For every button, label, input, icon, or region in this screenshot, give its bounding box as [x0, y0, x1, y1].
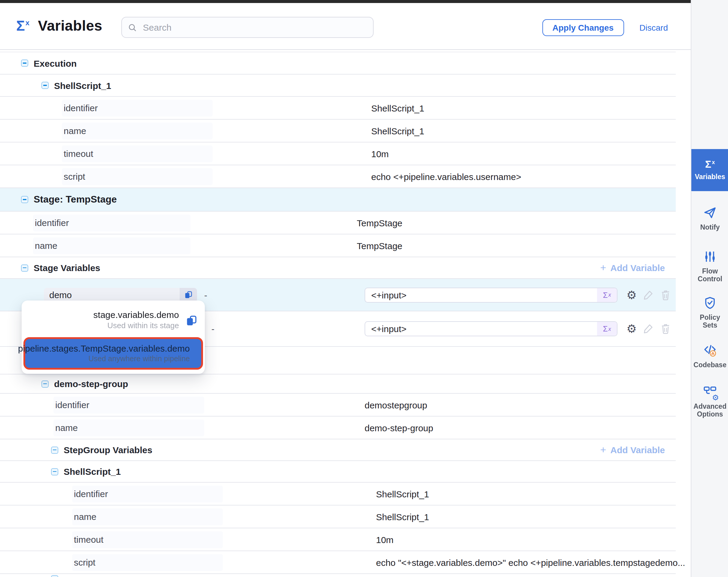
sidebar-item-label: Variables: [692, 173, 728, 181]
variable-default: -: [211, 324, 214, 334]
tree-row-stepgroup-variables[interactable]: StepGroup Variables +Add Variable: [0, 440, 676, 461]
expression-chip[interactable]: Σx: [597, 322, 617, 336]
tree-row-shellscript[interactable]: ShellScript_1: [0, 461, 676, 483]
sidebar-item-advanced-options[interactable]: ⚙ Advanced Options: [691, 385, 728, 419]
expression-option-stage[interactable]: stage.variables.demo Used within its sta…: [22, 306, 205, 335]
copy-icon: [184, 290, 193, 299]
flowchart-gear-icon: ⚙: [703, 385, 717, 399]
edit-icon[interactable]: [642, 289, 654, 301]
variable-expression-popup: stage.variables.demo Used within its sta…: [22, 301, 205, 374]
discard-button[interactable]: Discard: [640, 23, 668, 32]
settings-icon[interactable]: ⚙: [626, 289, 637, 301]
sliders-icon: [703, 249, 717, 264]
group-label: StepGroup Variables: [64, 445, 152, 455]
collapse-icon[interactable]: [51, 468, 58, 475]
add-variable-button[interactable]: +Add Variable: [600, 444, 665, 456]
expression-chip[interactable]: Σx: [597, 288, 617, 302]
collapse-icon[interactable]: [42, 380, 49, 387]
field-row-identifier: identifier demostepgroup: [0, 394, 676, 417]
settings-icon[interactable]: ⚙: [626, 323, 637, 334]
field-label: identifier: [55, 400, 89, 410]
field-value: 10m: [371, 148, 389, 159]
field-label-box: identifier: [33, 214, 190, 231]
field-value: ShellScript_1: [371, 103, 424, 113]
tree-row-shellscript[interactable]: ShellScript_1: [0, 75, 676, 97]
top-dark-bar: [0, 0, 691, 3]
sidebar-item-notify[interactable]: Notify: [691, 205, 728, 231]
sidebar-item-variables[interactable]: Σx Variables: [691, 149, 728, 191]
field-value: 10m: [376, 534, 393, 545]
copy-chip[interactable]: [180, 287, 197, 302]
group-label: Stage Variables: [34, 262, 100, 273]
add-variable-button[interactable]: +Add Variable: [600, 262, 665, 274]
panel-header: Σx Variables Apply Changes Discard: [0, 3, 691, 50]
field-label-box: script: [62, 168, 213, 185]
search-icon: [128, 23, 137, 32]
field-label: identifier: [35, 218, 69, 228]
apply-changes-button[interactable]: Apply Changes: [542, 19, 624, 36]
gear-icon: ⚙: [712, 394, 719, 401]
variables-panel: Σx Variables Apply Changes Discard Execu…: [0, 0, 728, 577]
paper-plane-icon: [703, 205, 717, 220]
field-value: ShellScript_1: [376, 488, 429, 499]
field-label-box: name: [72, 508, 223, 525]
expression-hint: Used anywhere within pipeline: [18, 354, 190, 364]
right-sidebar: Σx Variables Notify Flow Control: [691, 0, 728, 577]
variables-sigma-icon: Σx: [705, 159, 715, 170]
field-value: TempStage: [357, 241, 402, 251]
sidebar-item-codebase[interactable]: Codebase: [691, 343, 728, 369]
delete-icon[interactable]: [660, 323, 671, 334]
collapse-icon[interactable]: [51, 575, 58, 577]
variable-value: <+input>: [365, 290, 597, 300]
expression-texts: pipeline.stages.TempStage.variables.demo…: [18, 343, 190, 364]
field-row-name: name demo-step-group: [0, 417, 676, 440]
variable-value-field[interactable]: <+input> Σx: [365, 287, 618, 302]
variable-name-field[interactable]: demo: [44, 287, 197, 302]
field-label-box: name: [53, 419, 204, 436]
tree-row-stage-tempstage[interactable]: Stage: TempStage: [0, 188, 676, 211]
delete-icon[interactable]: [660, 289, 671, 301]
collapse-icon[interactable]: [21, 196, 28, 203]
search-input[interactable]: [142, 22, 367, 33]
expression-value: stage.variables.demo: [94, 309, 179, 321]
edit-icon[interactable]: [642, 323, 654, 335]
stage-title: Stage: TempStage: [34, 194, 117, 205]
collapse-icon[interactable]: [51, 446, 58, 453]
expression-option-pipeline-selected[interactable]: pipeline.stages.TempStage.variables.demo…: [23, 337, 203, 370]
field-value: TempStage: [357, 218, 402, 228]
field-label: timeout: [64, 148, 93, 159]
field-row-identifier: identifier TempStage: [0, 211, 676, 234]
collapse-icon[interactable]: [21, 264, 28, 271]
field-value: echo <+pipeline.variables.username>: [371, 171, 521, 181]
copy-icon[interactable]: [185, 314, 198, 327]
variable-value-field[interactable]: <+input> Σx: [365, 321, 618, 336]
group-label: demo-step-group: [54, 379, 128, 389]
group-label: Execution: [34, 58, 77, 68]
field-row-name: name ShellScript_1: [0, 120, 676, 143]
field-label: script: [64, 171, 85, 181]
field-label: name: [35, 241, 57, 251]
field-value: demostepgroup: [365, 400, 427, 410]
sidebar-item-policy-sets[interactable]: Policy Sets: [691, 296, 728, 330]
sidebar-item-flow-control[interactable]: Flow Control: [691, 249, 728, 283]
group-label: ShellScript_1: [64, 467, 121, 477]
collapse-icon[interactable]: [42, 82, 49, 89]
search-box[interactable]: [121, 17, 373, 38]
tree-row-execution[interactable]: Execution: [0, 52, 676, 75]
add-variable-label: Add Variable: [610, 445, 665, 455]
tree-row-stage-variables[interactable]: Stage Variables +Add Variable: [0, 257, 676, 279]
sidebar-item-label: Flow Control: [692, 268, 728, 283]
tree-row-demo-step-group[interactable]: demo-step-group: [0, 374, 676, 394]
field-row-name: name ShellScript_1: [0, 505, 676, 528]
field-value: ShellScript_1: [376, 511, 429, 522]
variables-sigma-icon: Σx: [16, 19, 29, 33]
tree-row-partial: [0, 574, 676, 577]
field-label-box: identifier: [53, 396, 204, 413]
collapse-icon[interactable]: [21, 59, 28, 67]
field-label-box: identifier: [72, 485, 223, 502]
field-row-name: name TempStage: [0, 234, 676, 257]
field-row-timeout: timeout 10m: [0, 143, 676, 165]
group-label: ShellScript_1: [54, 80, 111, 91]
plus-icon: +: [600, 262, 606, 274]
brand: Σx Variables: [16, 18, 102, 34]
